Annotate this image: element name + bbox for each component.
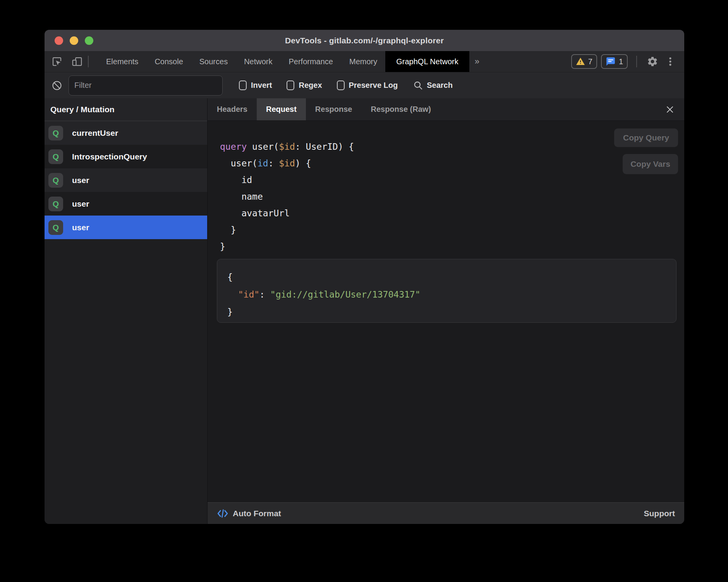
devtools-tab-strip: ElementsConsoleSourcesNetworkPerformance… — [98, 51, 469, 72]
tab-console[interactable]: Console — [146, 51, 191, 72]
code-line: user(id: $id) { — [220, 155, 684, 172]
code-line: } — [227, 303, 676, 321]
filter-checkbox-group: InvertRegexPreserve Log — [239, 80, 398, 90]
invert-checkbox[interactable] — [239, 80, 247, 90]
query-name-label: currentUser — [72, 128, 118, 138]
tab-graphql-network[interactable]: GraphQL Network — [385, 51, 469, 72]
settings-gear-icon[interactable] — [646, 55, 659, 68]
auto-format-button[interactable]: Auto Format — [217, 508, 281, 519]
devtools-window: DevTools - gitlab.com/-/graphql-explorer… — [45, 30, 684, 524]
auto-format-label: Auto Format — [233, 509, 281, 518]
detail-tab-response[interactable]: Response — [306, 98, 362, 120]
regex-checkbox-control[interactable]: Regex — [287, 80, 322, 90]
devtools-toolbar: ElementsConsoleSourcesNetworkPerformance… — [45, 51, 684, 72]
query-list-item[interactable]: QIntrospectionQuery — [45, 145, 207, 168]
detail-tab-strip: HeadersRequestResponseResponse (Raw) — [208, 98, 684, 121]
graphql-query-code: query user($id: UserID) { user(id: $id) … — [208, 121, 684, 255]
main-content: Query / Mutation QcurrentUserQIntrospect… — [45, 98, 684, 524]
code-line: } — [220, 238, 684, 255]
kebab-menu-icon[interactable] — [663, 55, 677, 68]
variables-box: { "id": "gid://gitlab/User/13704317"} — [217, 259, 676, 323]
clear-filter-icon[interactable] — [51, 79, 63, 92]
code-line: id — [220, 172, 684, 188]
query-list-item[interactable]: Quser — [45, 192, 207, 216]
toolbar-separator — [88, 56, 89, 67]
request-view: query user($id: UserID) { user(id: $id) … — [208, 121, 684, 502]
zoom-window-button[interactable] — [85, 36, 93, 45]
window-titlebar: DevTools - gitlab.com/-/graphql-explorer — [45, 30, 684, 51]
regex-label: Regex — [299, 81, 322, 90]
preserve-log-label: Preserve Log — [349, 81, 398, 90]
messages-badge[interactable]: 1 — [601, 54, 628, 69]
badges-separator — [636, 56, 637, 67]
invert-checkbox-control[interactable]: Invert — [239, 80, 272, 90]
query-name-label: user — [72, 176, 89, 185]
tab-memory[interactable]: Memory — [341, 51, 385, 72]
query-type-badge: Q — [48, 149, 63, 164]
search-label: Search — [427, 81, 453, 90]
search-button[interactable]: Search — [413, 80, 453, 91]
detail-panel: HeadersRequestResponseResponse (Raw) que… — [207, 98, 684, 524]
query-name-label: IntrospectionQuery — [72, 152, 147, 161]
close-window-button[interactable] — [55, 36, 63, 45]
query-list: QcurrentUserQIntrospectionQueryQuserQuse… — [45, 121, 207, 239]
warning-count: 7 — [588, 57, 592, 66]
code-brackets-icon — [217, 508, 228, 519]
more-tabs-chevron[interactable]: » — [469, 51, 485, 72]
support-link[interactable]: Support — [644, 509, 675, 518]
regex-checkbox[interactable] — [287, 80, 294, 90]
detail-tab-response-raw-[interactable]: Response (Raw) — [361, 98, 440, 120]
detail-tab-headers[interactable]: Headers — [208, 98, 257, 120]
search-icon — [413, 80, 423, 91]
query-name-label: user — [72, 199, 89, 209]
toolbar-left-icons — [45, 51, 83, 72]
minimize-window-button[interactable] — [70, 36, 78, 45]
window-title: DevTools - gitlab.com/-/graphql-explorer — [285, 36, 444, 45]
detail-tab-request[interactable]: Request — [257, 98, 306, 120]
warnings-badge[interactable]: 7 — [571, 54, 597, 69]
query-type-badge: Q — [48, 126, 63, 140]
chat-bubble-icon — [606, 56, 616, 67]
close-panel-icon[interactable] — [664, 104, 676, 115]
query-list-header: Query / Mutation — [45, 98, 207, 121]
code-line: "id": "gid://gitlab/User/13704317" — [227, 286, 676, 303]
copy-query-button[interactable]: Copy Query — [614, 128, 678, 147]
query-type-badge: Q — [48, 220, 63, 235]
warning-icon — [576, 57, 585, 66]
query-type-badge: Q — [48, 197, 63, 211]
inspect-element-icon[interactable] — [51, 55, 63, 68]
code-line: avatarUrl — [220, 205, 684, 222]
traffic-lights — [55, 30, 93, 51]
query-name-label: user — [72, 223, 89, 232]
device-toolbar-icon[interactable] — [71, 55, 83, 68]
code-line: name — [220, 188, 684, 205]
detail-footer: Auto Format Support — [208, 502, 684, 524]
preserve-log-checkbox-control[interactable]: Preserve Log — [337, 80, 398, 90]
code-line: { — [227, 269, 676, 286]
query-list-item[interactable]: Quser — [45, 168, 207, 192]
toolbar-right-cluster: 7 1 — [571, 51, 684, 72]
filter-input[interactable] — [69, 75, 223, 96]
code-line: } — [220, 222, 684, 238]
tab-performance[interactable]: Performance — [281, 51, 342, 72]
query-list-item[interactable]: Quser — [45, 216, 207, 239]
query-list-item[interactable]: QcurrentUser — [45, 121, 207, 145]
query-list-panel: Query / Mutation QcurrentUserQIntrospect… — [45, 98, 207, 524]
tab-sources[interactable]: Sources — [191, 51, 236, 72]
preserve-log-checkbox[interactable] — [337, 80, 345, 90]
filter-bar: InvertRegexPreserve Log Search — [45, 72, 684, 98]
tab-elements[interactable]: Elements — [98, 51, 146, 72]
copy-vars-button[interactable]: Copy Vars — [623, 154, 678, 174]
tab-network[interactable]: Network — [236, 51, 280, 72]
invert-label: Invert — [251, 81, 272, 90]
message-count: 1 — [619, 57, 623, 66]
query-type-badge: Q — [48, 173, 63, 188]
